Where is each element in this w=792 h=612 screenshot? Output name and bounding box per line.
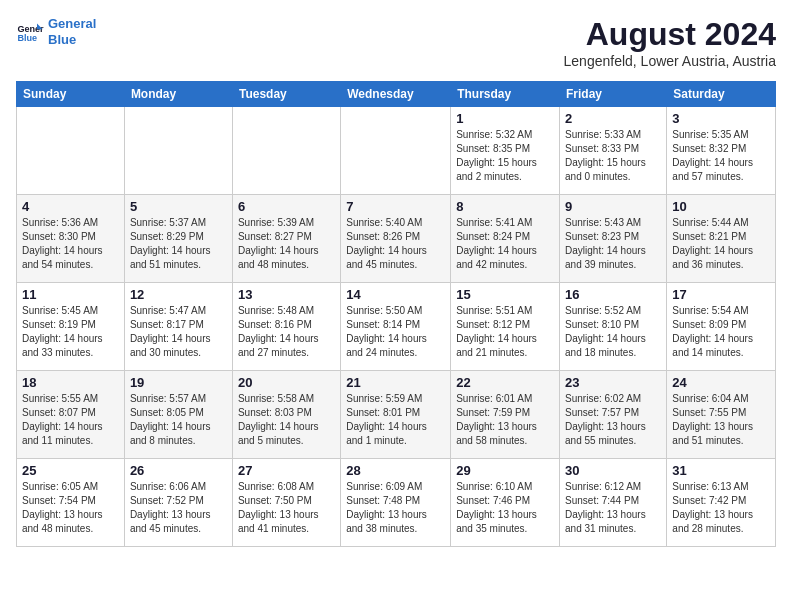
day-info: Sunrise: 5:50 AM Sunset: 8:14 PM Dayligh… <box>346 304 445 360</box>
day-info: Sunrise: 5:59 AM Sunset: 8:01 PM Dayligh… <box>346 392 445 448</box>
day-info: Sunrise: 6:08 AM Sunset: 7:50 PM Dayligh… <box>238 480 335 536</box>
day-info: Sunrise: 6:13 AM Sunset: 7:42 PM Dayligh… <box>672 480 770 536</box>
day-info: Sunrise: 6:12 AM Sunset: 7:44 PM Dayligh… <box>565 480 661 536</box>
calendar-cell: 17Sunrise: 5:54 AM Sunset: 8:09 PM Dayli… <box>667 283 776 371</box>
day-number: 26 <box>130 463 227 478</box>
day-number: 12 <box>130 287 227 302</box>
day-number: 6 <box>238 199 335 214</box>
calendar-cell: 13Sunrise: 5:48 AM Sunset: 8:16 PM Dayli… <box>232 283 340 371</box>
calendar-cell: 30Sunrise: 6:12 AM Sunset: 7:44 PM Dayli… <box>560 459 667 547</box>
day-info: Sunrise: 5:54 AM Sunset: 8:09 PM Dayligh… <box>672 304 770 360</box>
weekday-header-friday: Friday <box>560 82 667 107</box>
day-number: 23 <box>565 375 661 390</box>
title-area: August 2024 Lengenfeld, Lower Austria, A… <box>564 16 776 69</box>
calendar-cell: 15Sunrise: 5:51 AM Sunset: 8:12 PM Dayli… <box>451 283 560 371</box>
calendar-cell: 22Sunrise: 6:01 AM Sunset: 7:59 PM Dayli… <box>451 371 560 459</box>
day-number: 30 <box>565 463 661 478</box>
calendar-cell: 31Sunrise: 6:13 AM Sunset: 7:42 PM Dayli… <box>667 459 776 547</box>
day-info: Sunrise: 5:45 AM Sunset: 8:19 PM Dayligh… <box>22 304 119 360</box>
day-number: 20 <box>238 375 335 390</box>
day-info: Sunrise: 5:37 AM Sunset: 8:29 PM Dayligh… <box>130 216 227 272</box>
day-info: Sunrise: 6:10 AM Sunset: 7:46 PM Dayligh… <box>456 480 554 536</box>
calendar-cell: 2Sunrise: 5:33 AM Sunset: 8:33 PM Daylig… <box>560 107 667 195</box>
day-number: 2 <box>565 111 661 126</box>
calendar-cell: 3Sunrise: 5:35 AM Sunset: 8:32 PM Daylig… <box>667 107 776 195</box>
day-info: Sunrise: 6:05 AM Sunset: 7:54 PM Dayligh… <box>22 480 119 536</box>
calendar-cell: 20Sunrise: 5:58 AM Sunset: 8:03 PM Dayli… <box>232 371 340 459</box>
week-row-4: 25Sunrise: 6:05 AM Sunset: 7:54 PM Dayli… <box>17 459 776 547</box>
weekday-header-sunday: Sunday <box>17 82 125 107</box>
day-number: 22 <box>456 375 554 390</box>
calendar-cell: 25Sunrise: 6:05 AM Sunset: 7:54 PM Dayli… <box>17 459 125 547</box>
day-number: 9 <box>565 199 661 214</box>
calendar-cell: 9Sunrise: 5:43 AM Sunset: 8:23 PM Daylig… <box>560 195 667 283</box>
day-number: 29 <box>456 463 554 478</box>
day-info: Sunrise: 5:33 AM Sunset: 8:33 PM Dayligh… <box>565 128 661 184</box>
weekday-header-tuesday: Tuesday <box>232 82 340 107</box>
calendar-cell: 5Sunrise: 5:37 AM Sunset: 8:29 PM Daylig… <box>124 195 232 283</box>
day-number: 4 <box>22 199 119 214</box>
calendar-table: SundayMondayTuesdayWednesdayThursdayFrid… <box>16 81 776 547</box>
day-number: 16 <box>565 287 661 302</box>
day-number: 21 <box>346 375 445 390</box>
day-number: 5 <box>130 199 227 214</box>
calendar-cell: 27Sunrise: 6:08 AM Sunset: 7:50 PM Dayli… <box>232 459 340 547</box>
location-subtitle: Lengenfeld, Lower Austria, Austria <box>564 53 776 69</box>
day-info: Sunrise: 6:02 AM Sunset: 7:57 PM Dayligh… <box>565 392 661 448</box>
day-number: 17 <box>672 287 770 302</box>
calendar-cell <box>124 107 232 195</box>
calendar-cell <box>232 107 340 195</box>
day-info: Sunrise: 5:55 AM Sunset: 8:07 PM Dayligh… <box>22 392 119 448</box>
calendar-cell: 10Sunrise: 5:44 AM Sunset: 8:21 PM Dayli… <box>667 195 776 283</box>
day-number: 7 <box>346 199 445 214</box>
day-number: 11 <box>22 287 119 302</box>
calendar-cell <box>341 107 451 195</box>
calendar-cell: 26Sunrise: 6:06 AM Sunset: 7:52 PM Dayli… <box>124 459 232 547</box>
week-row-2: 11Sunrise: 5:45 AM Sunset: 8:19 PM Dayli… <box>17 283 776 371</box>
day-info: Sunrise: 5:47 AM Sunset: 8:17 PM Dayligh… <box>130 304 227 360</box>
calendar-cell: 16Sunrise: 5:52 AM Sunset: 8:10 PM Dayli… <box>560 283 667 371</box>
day-number: 3 <box>672 111 770 126</box>
calendar-cell: 19Sunrise: 5:57 AM Sunset: 8:05 PM Dayli… <box>124 371 232 459</box>
day-info: Sunrise: 5:58 AM Sunset: 8:03 PM Dayligh… <box>238 392 335 448</box>
day-info: Sunrise: 6:04 AM Sunset: 7:55 PM Dayligh… <box>672 392 770 448</box>
calendar-cell: 6Sunrise: 5:39 AM Sunset: 8:27 PM Daylig… <box>232 195 340 283</box>
calendar-cell: 18Sunrise: 5:55 AM Sunset: 8:07 PM Dayli… <box>17 371 125 459</box>
day-number: 25 <box>22 463 119 478</box>
week-row-0: 1Sunrise: 5:32 AM Sunset: 8:35 PM Daylig… <box>17 107 776 195</box>
day-info: Sunrise: 6:06 AM Sunset: 7:52 PM Dayligh… <box>130 480 227 536</box>
day-number: 19 <box>130 375 227 390</box>
month-year-title: August 2024 <box>564 16 776 53</box>
day-info: Sunrise: 5:39 AM Sunset: 8:27 PM Dayligh… <box>238 216 335 272</box>
calendar-cell: 23Sunrise: 6:02 AM Sunset: 7:57 PM Dayli… <box>560 371 667 459</box>
calendar-cell: 7Sunrise: 5:40 AM Sunset: 8:26 PM Daylig… <box>341 195 451 283</box>
calendar-cell: 21Sunrise: 5:59 AM Sunset: 8:01 PM Dayli… <box>341 371 451 459</box>
day-number: 31 <box>672 463 770 478</box>
day-number: 18 <box>22 375 119 390</box>
day-info: Sunrise: 5:52 AM Sunset: 8:10 PM Dayligh… <box>565 304 661 360</box>
day-info: Sunrise: 5:35 AM Sunset: 8:32 PM Dayligh… <box>672 128 770 184</box>
day-info: Sunrise: 5:48 AM Sunset: 8:16 PM Dayligh… <box>238 304 335 360</box>
calendar-cell: 24Sunrise: 6:04 AM Sunset: 7:55 PM Dayli… <box>667 371 776 459</box>
week-row-3: 18Sunrise: 5:55 AM Sunset: 8:07 PM Dayli… <box>17 371 776 459</box>
day-info: Sunrise: 5:57 AM Sunset: 8:05 PM Dayligh… <box>130 392 227 448</box>
week-row-1: 4Sunrise: 5:36 AM Sunset: 8:30 PM Daylig… <box>17 195 776 283</box>
calendar-cell: 28Sunrise: 6:09 AM Sunset: 7:48 PM Dayli… <box>341 459 451 547</box>
day-number: 13 <box>238 287 335 302</box>
logo-text: GeneralBlue <box>48 16 96 47</box>
day-info: Sunrise: 6:01 AM Sunset: 7:59 PM Dayligh… <box>456 392 554 448</box>
day-number: 1 <box>456 111 554 126</box>
weekday-header-saturday: Saturday <box>667 82 776 107</box>
calendar-cell: 4Sunrise: 5:36 AM Sunset: 8:30 PM Daylig… <box>17 195 125 283</box>
day-info: Sunrise: 5:43 AM Sunset: 8:23 PM Dayligh… <box>565 216 661 272</box>
calendar-cell: 14Sunrise: 5:50 AM Sunset: 8:14 PM Dayli… <box>341 283 451 371</box>
day-number: 14 <box>346 287 445 302</box>
day-number: 15 <box>456 287 554 302</box>
day-info: Sunrise: 5:44 AM Sunset: 8:21 PM Dayligh… <box>672 216 770 272</box>
day-number: 10 <box>672 199 770 214</box>
weekday-header-monday: Monday <box>124 82 232 107</box>
svg-text:Blue: Blue <box>17 33 37 43</box>
day-info: Sunrise: 5:40 AM Sunset: 8:26 PM Dayligh… <box>346 216 445 272</box>
day-number: 28 <box>346 463 445 478</box>
day-info: Sunrise: 5:41 AM Sunset: 8:24 PM Dayligh… <box>456 216 554 272</box>
